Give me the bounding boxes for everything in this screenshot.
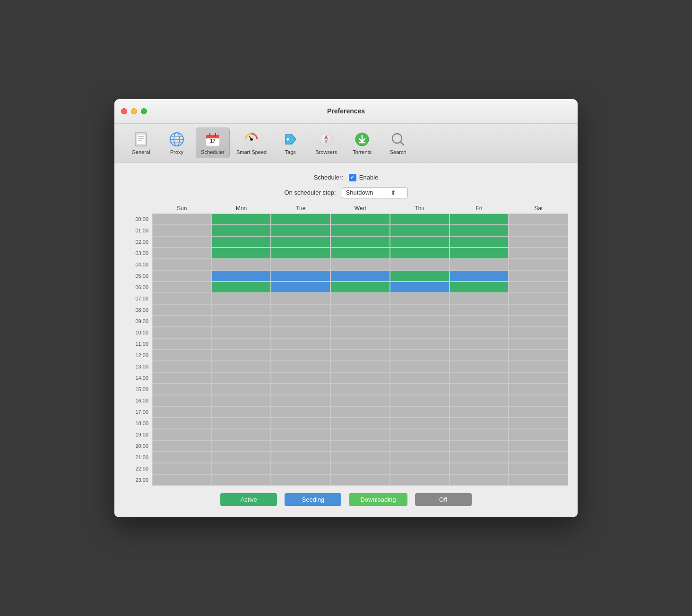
grid-cell-21-2[interactable] <box>271 452 330 463</box>
grid-cell-09-5[interactable] <box>450 316 509 327</box>
grid-cell-02-4[interactable] <box>390 236 450 248</box>
grid-cell-04-0[interactable] <box>152 259 212 270</box>
grid-cell-10-5[interactable] <box>450 327 509 338</box>
grid-cell-14-4[interactable] <box>390 372 450 384</box>
grid-cell-19-4[interactable] <box>390 429 450 440</box>
grid-cell-04-3[interactable] <box>330 259 390 270</box>
grid-cell-16-1[interactable] <box>212 395 271 406</box>
grid-cell-21-5[interactable] <box>450 452 509 463</box>
toolbar-item-scheduler[interactable]: 17 Scheduler <box>196 128 230 158</box>
toolbar-item-general[interactable]: General <box>124 128 158 158</box>
grid-cell-03-6[interactable] <box>509 248 568 259</box>
grid-cell-12-0[interactable] <box>152 350 212 361</box>
grid-cell-10-3[interactable] <box>330 327 390 338</box>
grid-cell-20-6[interactable] <box>509 440 568 452</box>
grid-cell-00-6[interactable] <box>509 214 568 225</box>
grid-cell-15-2[interactable] <box>271 384 330 395</box>
grid-cell-02-0[interactable] <box>152 236 212 248</box>
grid-cell-02-3[interactable] <box>330 236 390 248</box>
grid-cell-09-6[interactable] <box>509 316 568 327</box>
grid-cell-19-1[interactable] <box>212 429 271 440</box>
grid-cell-17-2[interactable] <box>271 406 330 418</box>
grid-cell-02-1[interactable] <box>212 236 271 248</box>
grid-cell-11-3[interactable] <box>330 338 390 350</box>
grid-cell-18-3[interactable] <box>330 418 390 429</box>
grid-cell-19-3[interactable] <box>330 429 390 440</box>
grid-cell-13-3[interactable] <box>330 361 390 372</box>
grid-cell-21-4[interactable] <box>390 452 450 463</box>
grid-cell-09-1[interactable] <box>212 316 271 327</box>
grid-cell-03-3[interactable] <box>330 248 390 259</box>
grid-cell-22-2[interactable] <box>271 463 330 474</box>
grid-cell-15-4[interactable] <box>390 384 450 395</box>
grid-cell-18-6[interactable] <box>509 418 568 429</box>
grid-cell-06-5[interactable] <box>450 282 509 293</box>
grid-cell-10-2[interactable] <box>271 327 330 338</box>
grid-cell-06-6[interactable] <box>509 282 568 293</box>
grid-cell-16-2[interactable] <box>271 395 330 406</box>
grid-cell-01-6[interactable] <box>509 225 568 236</box>
legend-active[interactable]: Active <box>220 493 277 506</box>
grid-cell-23-2[interactable] <box>271 474 330 486</box>
grid-cell-18-5[interactable] <box>450 418 509 429</box>
toolbar-item-proxy[interactable]: Proxy <box>160 128 194 158</box>
grid-cell-18-0[interactable] <box>152 418 212 429</box>
grid-cell-12-3[interactable] <box>330 350 390 361</box>
grid-cell-08-4[interactable] <box>390 304 450 316</box>
grid-cell-00-1[interactable] <box>212 214 271 225</box>
grid-cell-04-1[interactable] <box>212 259 271 270</box>
grid-cell-13-0[interactable] <box>152 361 212 372</box>
grid-cell-21-1[interactable] <box>212 452 271 463</box>
grid-cell-07-0[interactable] <box>152 293 212 304</box>
grid-cell-05-6[interactable] <box>509 270 568 282</box>
grid-cell-12-4[interactable] <box>390 350 450 361</box>
grid-cell-09-3[interactable] <box>330 316 390 327</box>
grid-cell-17-3[interactable] <box>330 406 390 418</box>
toolbar-item-smartspeed[interactable]: Smart Speed <box>232 128 271 158</box>
grid-cell-23-3[interactable] <box>330 474 390 486</box>
grid-cell-14-1[interactable] <box>212 372 271 384</box>
grid-cell-11-4[interactable] <box>390 338 450 350</box>
grid-cell-11-2[interactable] <box>271 338 330 350</box>
grid-cell-00-3[interactable] <box>330 214 390 225</box>
grid-cell-14-3[interactable] <box>330 372 390 384</box>
grid-cell-08-0[interactable] <box>152 304 212 316</box>
grid-cell-18-4[interactable] <box>390 418 450 429</box>
grid-cell-14-0[interactable] <box>152 372 212 384</box>
grid-cell-05-3[interactable] <box>330 270 390 282</box>
grid-cell-05-2[interactable] <box>271 270 330 282</box>
grid-cell-18-2[interactable] <box>271 418 330 429</box>
grid-cell-14-6[interactable] <box>509 372 568 384</box>
grid-cell-15-6[interactable] <box>509 384 568 395</box>
grid-cell-00-5[interactable] <box>450 214 509 225</box>
grid-cell-15-3[interactable] <box>330 384 390 395</box>
grid-cell-18-1[interactable] <box>212 418 271 429</box>
toolbar-item-browsers[interactable]: Browsers <box>309 128 343 158</box>
grid-cell-06-1[interactable] <box>212 282 271 293</box>
grid-cell-07-6[interactable] <box>509 293 568 304</box>
grid-cell-13-6[interactable] <box>509 361 568 372</box>
grid-cell-03-4[interactable] <box>390 248 450 259</box>
grid-cell-20-2[interactable] <box>271 440 330 452</box>
toolbar-item-search[interactable]: Search <box>381 128 415 158</box>
grid-cell-04-5[interactable] <box>450 259 509 270</box>
grid-cell-20-4[interactable] <box>390 440 450 452</box>
grid-cell-19-5[interactable] <box>450 429 509 440</box>
grid-cell-19-0[interactable] <box>152 429 212 440</box>
grid-cell-00-4[interactable] <box>390 214 450 225</box>
grid-cell-05-0[interactable] <box>152 270 212 282</box>
grid-cell-10-6[interactable] <box>509 327 568 338</box>
grid-cell-14-2[interactable] <box>271 372 330 384</box>
grid-cell-21-0[interactable] <box>152 452 212 463</box>
grid-cell-06-0[interactable] <box>152 282 212 293</box>
grid-cell-22-5[interactable] <box>450 463 509 474</box>
grid-cell-11-0[interactable] <box>152 338 212 350</box>
grid-cell-00-2[interactable] <box>271 214 330 225</box>
grid-cell-23-5[interactable] <box>450 474 509 486</box>
grid-cell-22-4[interactable] <box>390 463 450 474</box>
grid-cell-04-2[interactable] <box>271 259 330 270</box>
grid-cell-01-1[interactable] <box>212 225 271 236</box>
grid-cell-05-5[interactable] <box>450 270 509 282</box>
grid-cell-16-3[interactable] <box>330 395 390 406</box>
grid-cell-20-5[interactable] <box>450 440 509 452</box>
